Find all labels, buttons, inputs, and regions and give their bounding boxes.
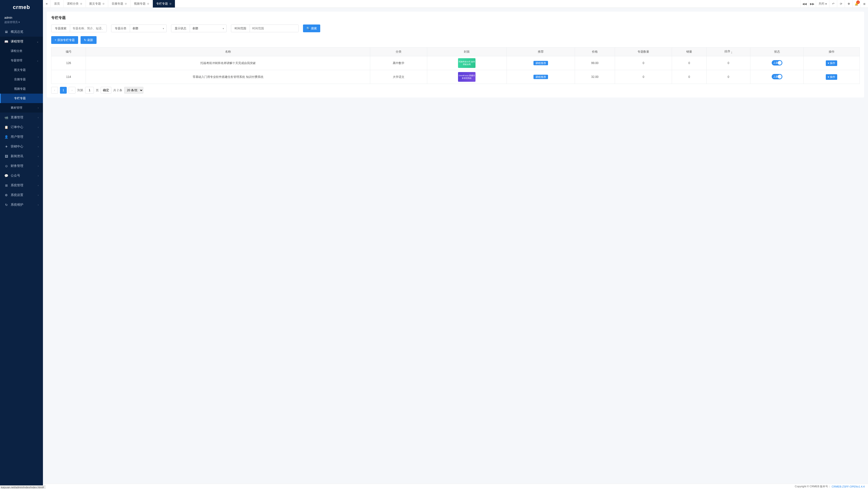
nav: 🏛概况总览📖课程管理⌄课程分类专题管理⌄图文专题音频专题视频专题专栏专题素材管理…: [0, 27, 43, 489]
filter-search: 专题搜索: [51, 25, 107, 32]
close-icon[interactable]: ⊗: [102, 2, 104, 5]
bell-icon[interactable]: 🔔0: [852, 0, 860, 7]
sidebar-item-课程管理[interactable]: 📖课程管理⌄: [0, 37, 43, 46]
category-select[interactable]: [130, 25, 166, 32]
add-column-button[interactable]: + 添加专栏专题: [51, 36, 78, 44]
nav-label: 专栏专题: [14, 96, 26, 100]
chevron-icon: ‹: [38, 184, 38, 187]
logo: crmeb: [0, 0, 43, 14]
sidebar-item-用户管理[interactable]: 👤用户管理‹: [0, 132, 43, 142]
menu-icon[interactable]: ≣: [860, 0, 868, 7]
chevron-down-icon: ▾: [828, 62, 829, 65]
nav-label: 营销中心: [11, 144, 23, 149]
sidebar-item-素材管理[interactable]: 素材管理‹: [0, 103, 43, 113]
tabs-prev-icon[interactable]: ◀◀: [800, 0, 808, 7]
user-block[interactable]: admin 超级管理员 ▾: [0, 14, 43, 27]
sidebar-item-系统设置[interactable]: ⚙系统设置‹: [0, 190, 43, 200]
sidebar-item-系统管理[interactable]: ⊞系统管理‹: [0, 180, 43, 190]
sidebar-item-新闻资讯[interactable]: 🖼新闻资讯‹: [0, 151, 43, 161]
recommend-tag[interactable]: 课程推荐: [533, 61, 548, 65]
tab-音频专题[interactable]: 音频专题⊗: [108, 0, 130, 7]
chevron-icon: ‹: [38, 204, 38, 206]
tab-首页[interactable]: 首页: [51, 0, 64, 7]
cover-thumb[interactable]: 托福考前10天 如何突破自我: [458, 58, 475, 68]
nav-label: 公众号: [11, 174, 20, 178]
close-icon[interactable]: ⊗: [169, 2, 172, 5]
page-goto-input[interactable]: [85, 87, 94, 94]
nav-label: 财务管理: [11, 164, 23, 168]
notification-badge: 0: [856, 0, 860, 4]
tab-专栏专题[interactable]: 专栏专题⊗: [153, 0, 175, 7]
col-8: 排序▲▼: [707, 48, 750, 56]
nav-label: 素材管理: [11, 106, 22, 110]
table-row: 114零基础入门用专业软件搭建任务管理系统 知识付费系统大学语文OmniFocu…: [52, 70, 860, 84]
page-size-select[interactable]: 20 条/页: [124, 87, 143, 94]
row-action-button[interactable]: ▾ 操作: [826, 74, 837, 80]
chevron-down-icon: ▾: [19, 21, 20, 24]
nav-label: 课程分类: [11, 49, 22, 53]
refresh-button[interactable]: ↻ 刷新: [81, 36, 97, 44]
sidebar-item-公众号[interactable]: 💬公众号‹: [0, 171, 43, 180]
status-select[interactable]: [190, 25, 226, 32]
page-next[interactable]: ›: [69, 87, 75, 94]
page-current[interactable]: 1: [60, 87, 67, 94]
tabs-close-dropdown[interactable]: 关闭 ▾: [816, 0, 829, 7]
close-icon[interactable]: ⊗: [147, 2, 149, 5]
chevron-icon: ‹: [38, 145, 38, 148]
recommend-tag[interactable]: 课程推荐: [533, 75, 548, 79]
nav-label: 音频专题: [14, 78, 26, 82]
status-switch[interactable]: 上架: [772, 74, 782, 79]
nav-icon: ⊞: [4, 184, 8, 187]
nav-label: 直播管理: [11, 115, 23, 120]
tabs-next-icon[interactable]: ▶▶: [808, 0, 816, 7]
sidebar-item-财务管理[interactable]: ⊙财务管理‹: [0, 161, 43, 171]
tab-图文专题[interactable]: 图文专题⊗: [86, 0, 108, 7]
close-icon[interactable]: ⊗: [125, 2, 127, 5]
sidebar-item-系统维护[interactable]: ↻系统维护‹: [0, 200, 43, 210]
nav-label: 订单中心: [11, 125, 23, 129]
sort-icon[interactable]: ▲▼: [731, 51, 733, 54]
sidebar-item-专题管理[interactable]: 专题管理⌄: [0, 56, 43, 65]
sidebar: crmeb admin 超级管理员 ▾ 🏛概况总览📖课程管理⌄课程分类专题管理⌄…: [0, 0, 43, 489]
page-prev[interactable]: ‹: [51, 87, 58, 94]
col-4: 推荐: [506, 48, 575, 56]
nav-label: 专题管理: [11, 58, 22, 63]
sidebar-item-概况总览[interactable]: 🏛概况总览: [0, 27, 43, 37]
pagination: ‹ 1 › 到第 页 确定 共 2 条 20 条/页: [51, 87, 860, 94]
data-table: 编号名称分类封面推荐价格专题数量销量排序▲▼状态操作 126托福考前冲刺班名师讲…: [51, 47, 860, 84]
col-0: 编号: [52, 48, 86, 56]
sidebar-item-图文专题[interactable]: 图文专题: [0, 65, 43, 75]
page-title: 专栏专题: [51, 16, 860, 20]
row-action-button[interactable]: ▾ 操作: [826, 60, 837, 66]
cover-thumb[interactable]: OmniFocus 搭建任务管理系统: [458, 72, 475, 82]
sidebar-item-直播管理[interactable]: 📹直播管理‹: [0, 113, 43, 122]
nav-label: 系统维护: [11, 203, 23, 207]
nav-icon: 📖: [4, 40, 8, 43]
time-input[interactable]: [250, 25, 299, 32]
fullscreen-icon[interactable]: ✥: [845, 0, 852, 7]
close-icon[interactable]: ⊗: [80, 2, 82, 5]
nav-label: 系统管理: [11, 183, 23, 187]
sidebar-item-订单中心[interactable]: 📋订单中心‹: [0, 122, 43, 132]
tab-视频专题[interactable]: 视频专题⊗: [130, 0, 153, 7]
sidebar-item-专栏专题[interactable]: 专栏专题: [0, 94, 43, 103]
search-button[interactable]: 🔍 搜索: [303, 25, 320, 32]
status-switch[interactable]: 上架: [772, 60, 782, 65]
col-3: 封面: [427, 48, 506, 56]
tab-课程分类[interactable]: 课程分类⊗: [64, 0, 86, 7]
undo-icon[interactable]: ↶: [829, 0, 837, 7]
chevron-icon: ⌄: [37, 40, 38, 43]
nav-icon: ⊙: [4, 164, 8, 168]
hamburger-icon[interactable]: ≡: [43, 0, 51, 7]
refresh-icon[interactable]: ⟳: [837, 0, 845, 7]
nav-label: 图文专题: [14, 68, 26, 72]
nav-icon: ✈: [4, 145, 8, 148]
search-input[interactable]: [70, 25, 106, 32]
sidebar-item-课程分类[interactable]: 课程分类: [0, 46, 43, 56]
sidebar-item-音频专题[interactable]: 音频专题: [0, 75, 43, 84]
sidebar-item-视频专题[interactable]: 视频专题: [0, 84, 43, 94]
version-link[interactable]: CRMEB-ZSFF-OPENv1.4.4: [832, 485, 865, 488]
chevron-icon: ‹: [38, 174, 38, 177]
sidebar-item-营销中心[interactable]: ✈营销中心‹: [0, 142, 43, 151]
page-goto-confirm[interactable]: 确定: [101, 87, 111, 94]
